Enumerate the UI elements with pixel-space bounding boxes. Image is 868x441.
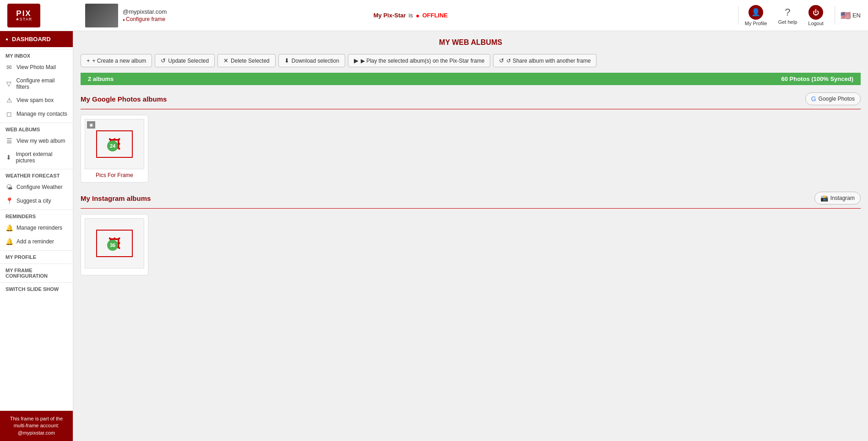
sync-bar: 2 albums 60 Photos (100% Synced) xyxy=(81,73,861,85)
instagram-section: My Instagram albums 📸 Instagram 🖼 xyxy=(73,192,868,285)
status-dot: ● xyxy=(416,12,419,19)
instagram-section-header: My Instagram albums 📸 Instagram xyxy=(81,192,861,204)
main-content: MY WEB ALBUMS + + Create a new album ↺ U… xyxy=(73,31,868,441)
create-icon: + xyxy=(87,57,90,64)
web-album-icon: ☰ xyxy=(5,137,13,145)
frame-email: @mypixstar.com xyxy=(123,8,167,15)
play-icon: ▶ xyxy=(354,57,358,64)
share-icon: ↺ xyxy=(499,57,504,64)
instagram-icon: 📸 xyxy=(820,194,828,202)
import-icon: ⬇ xyxy=(5,154,12,161)
status-is: is xyxy=(409,12,413,19)
manage-reminders-label: Manage reminders xyxy=(16,225,62,231)
sidebar-item-view-spam-box[interactable]: ⚠ View spam box xyxy=(0,93,73,107)
instagram-section-title: My Instagram albums xyxy=(81,194,151,202)
sidebar-dashboard[interactable]: ● DASHBOARD xyxy=(0,31,73,47)
google-album-card[interactable]: ▣ 🖼 24 Pics For Frame xyxy=(81,115,148,183)
help-label: Get help xyxy=(778,19,797,25)
profile-label: My Profile xyxy=(745,21,767,26)
logout-label: Logout xyxy=(808,21,824,26)
google-section-header: My Google Photos albums G Google Photos xyxy=(81,92,861,105)
sidebar-item-configure-email-filters[interactable]: ▽ Configure email filters xyxy=(0,74,73,93)
corner-icon: ▣ xyxy=(87,121,95,129)
google-section-divider xyxy=(81,109,861,109)
instagram-album-grid: 🖼 36 xyxy=(81,214,861,275)
google-section-title: My Google Photos albums xyxy=(81,95,167,103)
bell-icon: 🔔 xyxy=(5,224,13,231)
frame-details: @mypixstar.com Configure frame xyxy=(123,8,167,22)
album-name: Pics For Frame xyxy=(85,172,144,178)
update-label: Update Selected xyxy=(168,58,209,64)
dashboard-dot-icon: ● xyxy=(5,37,8,42)
google-photos-section: My Google Photos albums G Google Photos … xyxy=(73,92,868,192)
dashboard-label: DASHBOARD xyxy=(12,36,51,43)
frame-info: @mypixstar.com Configure frame xyxy=(81,4,302,27)
filter-icon: ▽ xyxy=(5,80,12,87)
instagram-album-card[interactable]: 🖼 36 xyxy=(81,214,148,275)
download-selection-button[interactable]: ⬇ Download selection xyxy=(278,54,345,67)
city-icon: 📍 xyxy=(5,197,13,204)
weather-icon: 🌤 xyxy=(5,183,13,191)
configure-email-filters-label: Configure email filters xyxy=(16,77,67,90)
share-album-button[interactable]: ↺ ↺ Share album with another frame xyxy=(493,54,597,67)
update-icon: ↺ xyxy=(161,57,166,64)
play-label: ▶ Play the selected album(s) on the Pix-… xyxy=(361,58,484,64)
flag-icon: 🇺🇸 xyxy=(841,11,851,21)
header-actions: 👤 My Profile ? Get help ⏻ Logout xyxy=(740,3,833,28)
configure-frame-link[interactable]: Configure frame xyxy=(123,16,167,22)
lang-area: 🇺🇸 EN xyxy=(837,11,861,21)
photo-mail-icon: ✉ xyxy=(5,64,13,71)
play-selection-button[interactable]: ▶ ▶ Play the selected album(s) on the Pi… xyxy=(348,54,490,67)
instagram-connect-button[interactable]: 📸 Instagram xyxy=(814,192,861,204)
sidebar-item-view-web-album[interactable]: ☰ View my web album xyxy=(0,134,73,148)
logo-star: ★STAR xyxy=(16,17,32,22)
sidebar-item-suggest-city[interactable]: 📍 Suggest a city xyxy=(0,194,73,208)
sidebar-section-reminders: REMINDERS xyxy=(0,210,73,221)
sidebar-item-add-reminder[interactable]: 🔔 Add a reminder xyxy=(0,235,73,248)
add-reminder-label: Add a reminder xyxy=(16,238,54,245)
sidebar-item-manage-contacts[interactable]: ◻ Manage my contacts xyxy=(0,107,73,121)
get-help-button[interactable]: ? Get help xyxy=(774,5,802,27)
add-bell-icon: 🔔 xyxy=(5,238,13,245)
logo-box: PIX ★STAR xyxy=(7,4,40,27)
sidebar: ● DASHBOARD MY INBOX ✉ View Photo Mail ▽… xyxy=(0,31,73,441)
sidebar-item-configure-weather[interactable]: 🌤 Configure Weather xyxy=(0,180,73,194)
contacts-icon: ◻ xyxy=(5,110,13,118)
album-badge: 24 xyxy=(107,140,118,151)
update-selected-button[interactable]: ↺ Update Selected xyxy=(155,54,215,67)
logout-icon: ⏻ xyxy=(808,5,823,20)
frame-thumbnail xyxy=(85,4,118,27)
sidebar-item-view-photo-mail[interactable]: ✉ View Photo Mail xyxy=(0,60,73,74)
configure-weather-label: Configure Weather xyxy=(16,184,63,190)
sidebar-item-manage-reminders[interactable]: 🔔 Manage reminders xyxy=(0,221,73,235)
logout-button[interactable]: ⏻ Logout xyxy=(803,3,828,28)
status-offline: OFFLINE xyxy=(422,12,448,19)
view-web-album-label: View my web album xyxy=(16,138,65,144)
spam-icon: ⚠ xyxy=(5,97,13,104)
instagram-connect-label: Instagram xyxy=(830,195,855,201)
sidebar-item-import-external[interactable]: ⬇ Import external pictures xyxy=(0,148,73,167)
create-album-button[interactable]: + + Create a new album xyxy=(81,54,152,67)
layout: ● DASHBOARD MY INBOX ✉ View Photo Mail ▽… xyxy=(0,31,868,441)
sidebar-section-my-profile: MY PROFILE xyxy=(0,250,73,262)
google-icon: G xyxy=(811,95,816,102)
profile-icon: 👤 xyxy=(749,5,763,20)
top-header: PIX ★STAR @mypixstar.com Configure frame… xyxy=(0,0,868,31)
my-profile-button[interactable]: 👤 My Profile xyxy=(740,3,772,28)
page-title: MY WEB ALBUMS xyxy=(73,31,868,54)
download-label: Download selection xyxy=(292,58,339,64)
sidebar-section-web-albums: WEB ALBUMS xyxy=(0,123,73,134)
google-album-grid: ▣ 🖼 24 Pics For Frame xyxy=(81,115,861,183)
footer-email: @mypixstar.com xyxy=(18,430,55,436)
create-label: + Create a new album xyxy=(92,58,146,64)
logo-area: PIX ★STAR xyxy=(7,4,81,27)
header-divider-2 xyxy=(835,6,835,25)
delete-selected-button[interactable]: ✕ Delete Selected xyxy=(217,54,276,67)
footer-text: This frame is part of the multi-frame ac… xyxy=(10,416,63,428)
view-spam-box-label: View spam box xyxy=(16,97,54,103)
lang-code: EN xyxy=(852,12,861,19)
google-photos-connect-button[interactable]: G Google Photos xyxy=(805,92,861,105)
delete-icon: ✕ xyxy=(223,57,228,64)
album-badge-instagram: 36 xyxy=(107,240,118,251)
my-pixstar-link[interactable]: My Pix-Star xyxy=(374,12,406,19)
